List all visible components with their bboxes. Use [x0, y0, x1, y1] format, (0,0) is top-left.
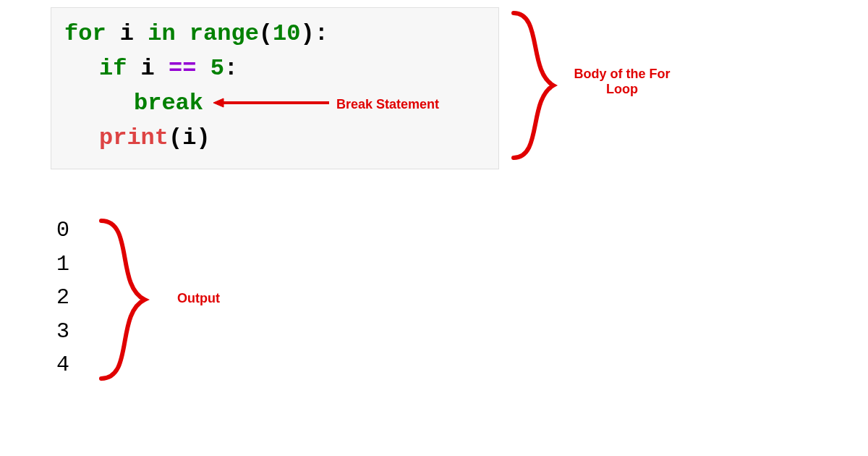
keyword-break: break — [134, 90, 203, 117]
colon: : — [224, 55, 238, 82]
output-line: 3 — [56, 315, 69, 349]
colon: : — [315, 20, 328, 47]
label-body-line2: Loop — [606, 82, 638, 96]
label-body-line1: Body of the For — [574, 67, 671, 81]
output-block: 0 1 2 3 4 — [56, 214, 69, 382]
keyword-for: for — [64, 20, 106, 47]
space — [176, 20, 190, 47]
literal-5: 5 — [210, 55, 224, 82]
label-output: Output — [177, 291, 220, 306]
literal-10: 10 — [273, 20, 300, 47]
svg-marker-1 — [213, 98, 224, 107]
brace-output-icon — [94, 214, 152, 386]
label-body-of-for-loop: Body of the For Loop — [568, 67, 676, 97]
builtin-print: print — [99, 124, 169, 151]
var-i: i — [127, 55, 169, 82]
output-line: 0 — [56, 214, 69, 248]
output-line: 1 — [56, 248, 69, 282]
code-line-4: print(i) — [64, 121, 485, 156]
paren-close: ) — [196, 124, 210, 151]
operator-eq: == — [169, 55, 196, 82]
space — [196, 55, 210, 82]
brace-body-icon — [506, 6, 564, 165]
code-block: for i in range(10): if i == 5: break pri… — [51, 7, 499, 169]
output-line: 4 — [56, 348, 69, 382]
paren-close: ) — [300, 20, 314, 47]
arrow-break-icon — [213, 94, 333, 111]
code-line-2: if i == 5: — [64, 51, 485, 86]
code-line-1: for i in range(10): — [64, 17, 485, 51]
var-i: i — [182, 124, 196, 151]
output-line: 2 — [56, 281, 69, 315]
var-i: i — [106, 20, 148, 47]
keyword-in: in — [148, 20, 175, 47]
label-break-statement: Break Statement — [336, 97, 439, 112]
keyword-if: if — [99, 55, 127, 82]
builtin-range: range — [190, 20, 259, 47]
paren-open: ( — [259, 20, 273, 47]
paren-open: ( — [169, 124, 182, 151]
